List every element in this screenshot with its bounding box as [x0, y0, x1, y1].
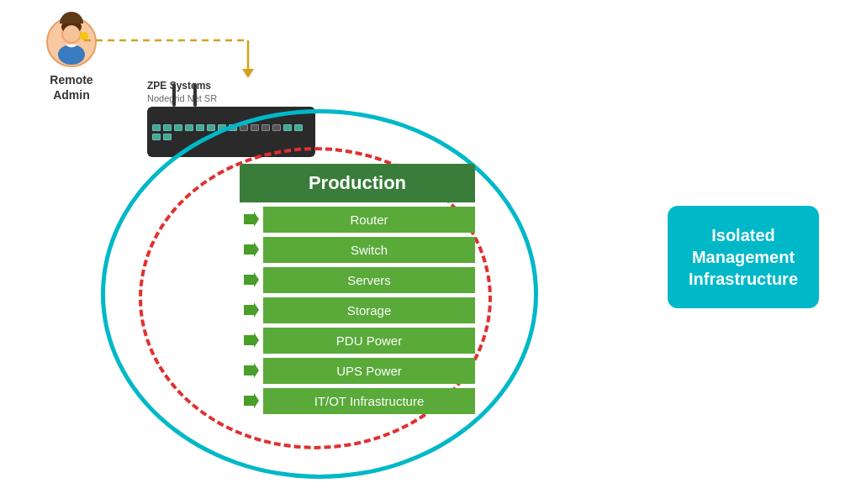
main-scene: Remote Admin ZPE Systems Nodegrid Net SR: [0, 0, 861, 504]
port: [174, 124, 182, 131]
item-label: IT/OT Infrastructure: [263, 388, 475, 414]
antenna-left: [172, 83, 176, 107]
port: [152, 124, 161, 131]
production-header: Production: [240, 164, 475, 202]
arrow-icon: [240, 387, 263, 414]
item-label: PDU Power: [263, 328, 475, 354]
right-arrow-icon: [242, 391, 261, 410]
list-item: Switch: [240, 236, 475, 263]
port: [152, 134, 161, 140]
item-label: Storage: [263, 297, 475, 323]
right-arrow-icon: [242, 240, 261, 259]
device-model: Nodegrid Net SR: [147, 93, 217, 103]
item-label: Servers: [263, 267, 475, 293]
port: [163, 124, 172, 131]
item-label: UPS Power: [263, 358, 475, 384]
right-arrow-icon: [242, 210, 261, 228]
svg-marker-7: [242, 69, 254, 78]
item-label: Switch: [263, 237, 475, 263]
svg-marker-9: [244, 242, 259, 257]
right-arrow-icon: [242, 331, 261, 349]
svg-marker-11: [244, 302, 259, 318]
svg-marker-14: [244, 393, 259, 408]
list-item: PDU Power: [240, 327, 475, 354]
production-items: Router Switch Servers Storage PDU Power …: [240, 206, 475, 414]
device-brand: ZPE Systems: [147, 80, 211, 92]
svg-marker-10: [244, 272, 259, 287]
list-item: IT/OT Infrastructure: [240, 387, 475, 414]
arrow-icon: [240, 236, 263, 263]
arrow-icon: [240, 297, 263, 323]
arrow-icon: [240, 357, 263, 384]
svg-marker-13: [244, 363, 259, 378]
svg-marker-8: [244, 212, 259, 227]
port: [185, 124, 193, 131]
svg-point-3: [58, 45, 85, 65]
isolated-management-box: Isolated Management Infrastructure: [668, 206, 819, 308]
port: [207, 124, 215, 131]
list-item: Storage: [240, 297, 475, 323]
isolated-label: Isolated Management Infrastructure: [681, 224, 806, 290]
right-arrow-icon: [242, 361, 261, 380]
item-label: Router: [263, 207, 475, 233]
antenna-right: [193, 83, 197, 107]
arrow-icon: [240, 206, 263, 233]
svg-marker-12: [244, 333, 259, 348]
arrow-icon: [240, 266, 263, 293]
list-item: Router: [240, 206, 475, 233]
arrow-icon: [240, 327, 263, 354]
list-item: Servers: [240, 266, 475, 293]
production-panel: Production Router Switch Servers Storage…: [240, 164, 475, 414]
port: [163, 134, 172, 140]
right-arrow-icon: [242, 270, 261, 289]
right-arrow-icon: [242, 301, 261, 319]
port: [196, 124, 204, 131]
svg-point-2: [63, 25, 80, 42]
connection-arrow: [84, 32, 277, 82]
list-item: UPS Power: [240, 357, 475, 384]
